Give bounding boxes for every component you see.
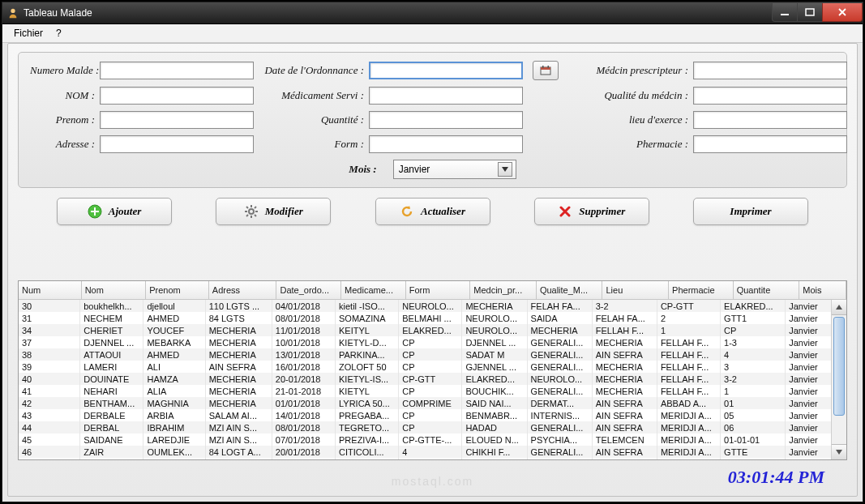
table-cell: CITICOLI... — [336, 446, 399, 458]
input-medecin[interactable] — [693, 62, 847, 79]
table-cell: NEUROLO... — [528, 373, 593, 385]
table-cell: GJENNEL ... — [462, 361, 527, 373]
table-cell: GENERALI... — [528, 446, 593, 458]
close-button[interactable] — [822, 3, 863, 22]
table-row[interactable]: 48MANSOURIMAAMERMZI AIN S...07/01/2018CL… — [19, 458, 832, 459]
table-cell: ZAIR — [80, 446, 143, 458]
table-cell: Janvier — [786, 409, 832, 421]
column-header[interactable]: Medicame... — [341, 281, 406, 299]
column-header[interactable]: Adress — [209, 281, 277, 299]
input-adresse[interactable] — [100, 135, 254, 153]
table-cell: CHERIET — [80, 324, 143, 336]
label-date-ord: Date de l'Ordonnance : — [259, 64, 364, 77]
input-lieu[interactable] — [693, 111, 847, 129]
table-cell: CP-GTT — [657, 300, 721, 312]
column-header[interactable]: Form — [406, 281, 471, 299]
table-row[interactable]: 30boukhelkh...djelloul110 LGTS ...04/01/… — [19, 300, 832, 312]
imprimer-button[interactable]: Imprimer — [693, 198, 808, 225]
table-cell: 43 — [19, 409, 80, 421]
input-nom[interactable] — [100, 87, 254, 105]
table-row[interactable]: 31NECHEMAHMED84 LGTS08/01/2018SOMAZINABE… — [19, 312, 832, 324]
table-cell: djelloul — [143, 300, 205, 312]
table-cell: CP — [399, 409, 462, 421]
data-grid: NumNomPrenomAdressDate_ordo...Medicame..… — [18, 280, 847, 460]
input-prenom[interactable] — [100, 111, 254, 129]
minimize-button[interactable] — [772, 3, 798, 22]
table-cell: AIN SEFRA — [593, 421, 657, 434]
table-cell: Janvier — [786, 446, 832, 458]
modifier-button[interactable]: Modifier — [216, 198, 331, 225]
column-header[interactable]: Mois — [799, 281, 846, 299]
table-row[interactable]: 37DJENNEL ...MEBARKAMECHERIA10/01/2018KI… — [19, 336, 832, 348]
column-header[interactable]: Date_ordo... — [276, 281, 341, 299]
table-cell: TELEMCEN — [593, 434, 657, 446]
imprimer-label: Imprimer — [730, 205, 771, 218]
column-header[interactable]: Qualite_M... — [537, 281, 603, 299]
actualiser-button[interactable]: Actualiser — [375, 198, 490, 225]
table-cell: CLORAXE... — [336, 458, 399, 459]
maximize-button[interactable] — [797, 3, 823, 22]
svg-line-16 — [255, 215, 256, 216]
combo-mois[interactable]: Janvier — [393, 160, 516, 179]
form-panel: Numero Malde : Date de l'Ordonnance : Mé… — [18, 52, 847, 188]
titlebar[interactable]: Tableau Malade — [2, 2, 863, 24]
table-cell: MECHERIA — [593, 373, 657, 385]
table-cell: Janvier — [786, 434, 832, 446]
scroll-thumb[interactable] — [833, 317, 845, 416]
input-pharmacie[interactable] — [693, 135, 847, 153]
table-cell: BENTHAM... — [80, 397, 143, 409]
table-cell: AHMED — [143, 312, 205, 324]
table-cell: NEHARI — [80, 385, 143, 397]
table-row[interactable]: 40DOUINATEHAMZAMECHERIA20-01/2018KIETYL-… — [19, 373, 832, 385]
column-header[interactable]: Prenom — [146, 281, 209, 299]
table-row[interactable]: 45SAIDANELAREDJIEMZI AIN S...07/01/2018P… — [19, 434, 832, 446]
menu-file[interactable]: Fichier — [7, 26, 49, 41]
table-cell: 45 — [19, 434, 80, 446]
column-header[interactable]: Quantite — [734, 281, 800, 299]
table-row[interactable]: 44DERBALIBRAHIMMZI AIN S...08/01/2018TEG… — [19, 421, 832, 434]
column-header[interactable]: Lieu — [602, 281, 669, 299]
table-cell: GTTE — [721, 446, 786, 458]
input-form[interactable] — [369, 135, 523, 153]
column-header[interactable]: Num — [19, 281, 82, 299]
table-cell: Janvier — [786, 385, 832, 397]
vertical-scrollbar[interactable] — [831, 300, 846, 459]
table-cell: DOUINATE — [80, 373, 143, 385]
column-header[interactable]: Nom — [82, 281, 147, 299]
input-quantite[interactable] — [369, 111, 523, 129]
svg-line-18 — [246, 215, 248, 216]
table-cell: FELLAH F... — [657, 336, 721, 348]
input-med-servi[interactable] — [369, 87, 523, 105]
table-row[interactable]: 43DERBALEARBIASALAM AI...14/01/2018PREGA… — [19, 409, 832, 421]
input-date-ord[interactable] — [369, 62, 523, 79]
svg-line-17 — [255, 207, 256, 208]
table-cell: Janvier — [786, 312, 832, 324]
input-qualite[interactable] — [693, 87, 847, 105]
menu-help[interactable]: ? — [49, 26, 68, 41]
table-cell: 4 — [721, 348, 786, 361]
table-cell: FELLAH F... — [657, 361, 721, 373]
table-cell: KEITYL — [336, 324, 399, 336]
table-cell: SAIDA — [528, 312, 593, 324]
table-cell: Janvier — [786, 458, 832, 459]
date-picker-button[interactable] — [533, 61, 559, 80]
table-row[interactable]: 34CHERIETYOUCEFMECHERIA11/01/2018KEITYLE… — [19, 324, 832, 336]
table-row[interactable]: 41NEHARIALIAMECHERIA21-01-2018KIETYLCPBO… — [19, 385, 832, 397]
table-cell: FELAH FA... — [528, 300, 593, 312]
ajouter-button[interactable]: Ajouter — [57, 198, 172, 225]
table-row[interactable]: 38ATTAOUIAHMEDMECHERIA13/01/2018PARKINA.… — [19, 348, 832, 361]
table-row[interactable]: 46ZAIROUMLEK...84 LOGT A...20/01/2018CIT… — [19, 446, 832, 458]
table-row[interactable]: 39LAMERIALIAIN SEFRA16/01/2018ZOLOFT 50C… — [19, 361, 832, 373]
supprimer-button[interactable]: Supprimer — [534, 198, 649, 225]
scroll-down-button[interactable] — [832, 444, 846, 459]
table-cell: FELLAH F... — [657, 348, 721, 361]
table-cell: 07/01/2018 — [272, 458, 336, 459]
table-row[interactable]: 42BENTHAM...MAGHNIAMECHERIA01/01/2018LYR… — [19, 397, 832, 409]
svg-line-15 — [246, 207, 248, 208]
input-numero[interactable] — [100, 62, 254, 79]
scroll-up-button[interactable] — [832, 300, 846, 315]
column-header[interactable]: Medcin_pr... — [470, 281, 537, 299]
svg-rect-2 — [806, 9, 814, 15]
column-header[interactable]: Phermacie — [669, 281, 734, 299]
label-pharmacie: Phermacie : — [567, 138, 688, 151]
